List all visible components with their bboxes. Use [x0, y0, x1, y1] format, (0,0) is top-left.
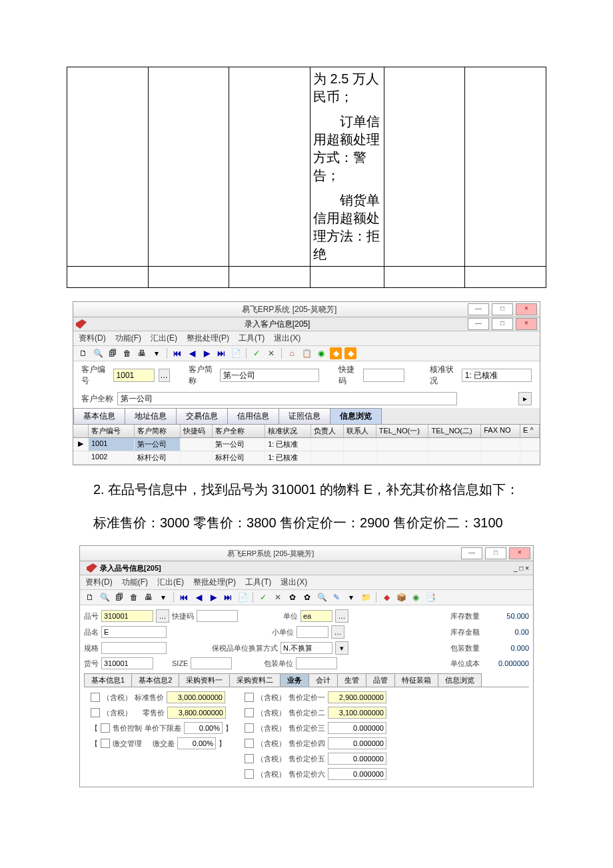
- sub-minimize-button[interactable]: —: [468, 318, 489, 330]
- close-button[interactable]: ×: [516, 303, 537, 315]
- tab-biz[interactable]: 业务: [280, 673, 309, 687]
- tab-basic2[interactable]: 基本信息2: [131, 673, 179, 687]
- pack-calc-select[interactable]: N.不换算: [281, 642, 332, 654]
- std-price-input[interactable]: 3,000.000000: [167, 691, 225, 703]
- lookup-button[interactable]: …: [156, 609, 169, 623]
- tax-checkbox[interactable]: [245, 693, 254, 702]
- copy-icon[interactable]: 📋: [301, 347, 312, 359]
- tax-checkbox[interactable]: [245, 739, 254, 748]
- last-icon[interactable]: ⏭: [222, 591, 234, 603]
- unit-input[interactable]: ea: [301, 610, 332, 622]
- tool1-icon[interactable]: ✿: [287, 591, 299, 603]
- dropdown2-icon[interactable]: ▾: [345, 591, 357, 603]
- cancel-icon[interactable]: ✕: [265, 347, 277, 359]
- grid-row[interactable]: 1002 标杆公司 标杆公司 1: 已核准: [73, 451, 540, 465]
- confirm-icon[interactable]: ✓: [257, 591, 269, 603]
- fp1-input[interactable]: 2,900.000000: [328, 691, 386, 703]
- tax-checkbox[interactable]: [91, 693, 100, 702]
- cancel-icon[interactable]: ✕: [272, 591, 284, 603]
- tab-prod[interactable]: 生管: [337, 673, 366, 687]
- tab-feat[interactable]: 特征装箱: [394, 673, 438, 687]
- tab-browse[interactable]: 信息浏览: [330, 408, 382, 424]
- extra4-icon[interactable]: 📑: [424, 591, 436, 603]
- tab-trade[interactable]: 交易信息: [176, 408, 228, 424]
- menu-tool[interactable]: 工具(T): [239, 333, 265, 344]
- dropdown-icon[interactable]: ▾: [157, 591, 169, 603]
- print-icon[interactable]: 🖶: [143, 591, 155, 603]
- prev-icon[interactable]: ◀: [186, 347, 198, 359]
- print-icon[interactable]: 🖶: [136, 347, 148, 359]
- extra3-icon[interactable]: ◉: [410, 591, 422, 603]
- size-input[interactable]: [191, 657, 232, 669]
- menu-func[interactable]: 功能(F): [115, 333, 141, 344]
- menu-export[interactable]: 汇出(E): [157, 577, 184, 588]
- sub-close-button[interactable]: ×: [516, 318, 537, 330]
- sub-winbtns[interactable]: _ □ ×: [514, 565, 533, 572]
- tab-qc[interactable]: 品管: [366, 673, 395, 687]
- menu-batch[interactable]: 整批处理(P): [187, 333, 229, 344]
- dropdown-icon[interactable]: ▾: [151, 347, 163, 359]
- quick-code-input[interactable]: [363, 369, 404, 382]
- price-ctrl-input[interactable]: 0.00%: [184, 722, 223, 734]
- extra2-icon[interactable]: 📦: [395, 591, 407, 603]
- tab-basic[interactable]: 基本信息: [73, 408, 125, 424]
- tab-license[interactable]: 证照信息: [279, 408, 330, 424]
- open-icon[interactable]: 🔍: [99, 591, 111, 603]
- page-icon[interactable]: 📄: [230, 347, 242, 359]
- small-unit-input[interactable]: [297, 626, 328, 638]
- fp6-input[interactable]: 0.000000: [328, 768, 386, 780]
- first-icon[interactable]: ⏮: [178, 591, 190, 603]
- tab-credit[interactable]: 信用信息: [227, 408, 279, 424]
- tax-checkbox[interactable]: [91, 708, 100, 717]
- expand-button[interactable]: ▸: [518, 392, 532, 405]
- grid-row[interactable]: ▶ 1001 第一公司 第一公司 1: 已核准: [73, 438, 540, 451]
- menu-tool[interactable]: 工具(T): [245, 577, 271, 588]
- folder-icon[interactable]: 📁: [360, 591, 372, 603]
- extra1-icon[interactable]: ◆: [380, 591, 392, 603]
- minimize-button[interactable]: —: [468, 303, 489, 315]
- search-doc-icon[interactable]: 🗐: [113, 591, 125, 603]
- confirm-icon[interactable]: ✓: [251, 347, 263, 359]
- lookup-button[interactable]: …: [159, 369, 171, 382]
- menu-func[interactable]: 功能(F): [122, 577, 148, 588]
- tax-checkbox[interactable]: [245, 769, 254, 779]
- fp3-input[interactable]: 0.000000: [328, 722, 386, 734]
- menu-export[interactable]: 汇出(E): [151, 333, 177, 344]
- new-icon[interactable]: 🗋: [77, 347, 89, 359]
- small-unit-lookup[interactable]: …: [331, 625, 344, 639]
- quick-input[interactable]: [197, 610, 238, 622]
- cust-full-input[interactable]: 第一公司: [117, 392, 457, 405]
- lot-input[interactable]: 310001: [101, 657, 153, 669]
- menu-data[interactable]: 资料(D): [85, 577, 113, 588]
- name-input[interactable]: E: [101, 626, 167, 638]
- retail-input[interactable]: 3,800.000000: [167, 707, 226, 719]
- tab-address[interactable]: 地址信息: [125, 408, 177, 424]
- menu-batch[interactable]: 整批处理(P): [193, 577, 236, 588]
- stamp-icon[interactable]: ◉: [315, 347, 327, 359]
- fp5-input[interactable]: 0.000000: [328, 753, 386, 765]
- submit-checkbox[interactable]: [101, 739, 110, 748]
- action2-icon[interactable]: ◆: [344, 347, 356, 359]
- tool4-icon[interactable]: ✎: [330, 591, 342, 603]
- cust-short-input[interactable]: 第一公司: [220, 369, 319, 382]
- delete-icon[interactable]: 🗑: [128, 591, 140, 603]
- ctrl-checkbox[interactable]: [101, 723, 110, 733]
- next-icon[interactable]: ▶: [201, 347, 213, 359]
- search-doc-icon[interactable]: 🗐: [107, 347, 119, 359]
- fp4-input[interactable]: 0.000000: [328, 737, 386, 749]
- dropdown-button[interactable]: ▾: [335, 641, 348, 655]
- last-icon[interactable]: ⏭: [215, 347, 227, 359]
- page-icon[interactable]: 📄: [237, 591, 249, 603]
- open-icon[interactable]: 🔍: [92, 347, 104, 359]
- tool3-icon[interactable]: 🔍: [316, 591, 328, 603]
- minimize-button[interactable]: —: [461, 547, 482, 559]
- menu-exit[interactable]: 退出(X): [281, 577, 307, 588]
- tab-po1[interactable]: 采购资料一: [179, 673, 230, 687]
- menu-data[interactable]: 资料(D): [79, 333, 106, 344]
- new-icon[interactable]: 🗋: [84, 591, 96, 603]
- submit-input[interactable]: 0.00%: [177, 737, 216, 749]
- close-button[interactable]: ×: [509, 547, 530, 559]
- pack-unit-input[interactable]: [296, 657, 337, 669]
- first-icon[interactable]: ⏮: [171, 347, 183, 359]
- prev-icon[interactable]: ◀: [193, 591, 205, 603]
